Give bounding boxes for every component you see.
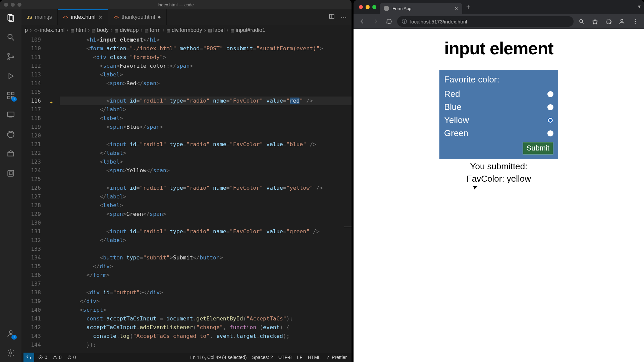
mac-traffic-dimmed[interactable] — [0, 3, 21, 7]
browser-viewport[interactable]: input element Favorite color: RedBlueYel… — [354, 29, 644, 362]
minimize-window-icon[interactable] — [366, 5, 370, 9]
form-body: Favorite color: RedBlueYellowGreen Submi… — [439, 70, 558, 159]
edge-tools-icon[interactable] — [6, 129, 16, 139]
code-content[interactable]: <h1>input element</h1> <form action="./i… — [60, 36, 352, 353]
breadcrumb-seg[interactable]: ▧ input#radio1 — [230, 27, 265, 33]
traffic-zoom-icon[interactable] — [17, 3, 21, 7]
submit-button[interactable]: Submit — [523, 142, 553, 155]
radio-option-blue[interactable]: Blue — [444, 101, 553, 114]
node-icon: ▧ — [166, 28, 170, 33]
breadcrumb-seg[interactable]: ▧ body — [92, 27, 109, 33]
explorer-icon[interactable] — [6, 13, 16, 23]
breadcrumb-seg[interactable]: p — [25, 27, 28, 33]
search-icon[interactable] — [6, 32, 16, 42]
source-control-icon[interactable] — [6, 52, 16, 62]
breadcrumb-seg[interactable]: ▧ html — [70, 27, 86, 33]
breadcrumb[interactable]: p›<> index.html›▧ html›▧ body›▧ div#app›… — [21, 25, 352, 36]
reload-button[interactable] — [384, 16, 394, 27]
back-button[interactable] — [357, 16, 368, 27]
encoding[interactable]: UTF-8 — [276, 353, 294, 362]
cursor-position[interactable]: Ln 116, Col 49 (4 selected) — [187, 353, 249, 362]
breadcrumb-seg[interactable]: ▧ div#app — [114, 27, 139, 33]
activity-extra2-icon[interactable] — [6, 168, 16, 178]
warnings-count: 0 — [59, 355, 62, 360]
new-tab-button[interactable]: + — [462, 3, 474, 11]
rendered-page: input element Favorite color: RedBlueYel… — [354, 29, 644, 362]
svg-point-4 — [8, 53, 9, 55]
close-tab-icon[interactable]: ✕ — [454, 6, 458, 11]
editor-tab-main-js[interactable]: JSmain.js — [21, 9, 58, 25]
zoom-window-icon[interactable] — [372, 5, 376, 9]
node-icon: ▧ — [145, 28, 149, 33]
eol[interactable]: LF — [294, 353, 305, 362]
radio-option-red[interactable]: Red — [444, 87, 553, 101]
browser-tab[interactable]: Form App ✕ — [380, 3, 462, 14]
svg-point-18 — [9, 330, 12, 334]
run-debug-icon[interactable] — [6, 71, 16, 81]
more-actions-icon[interactable]: ⋯ — [341, 13, 347, 21]
minimap-indicator[interactable] — [344, 227, 352, 227]
language-mode[interactable]: HTML — [305, 353, 323, 362]
remote-indicator[interactable] — [23, 353, 34, 362]
tab-label: index.html — [71, 14, 96, 20]
svg-line-29 — [582, 22, 584, 23]
radio-option-yellow[interactable]: Yellow — [444, 114, 553, 127]
ports[interactable]: 0 — [64, 353, 79, 362]
svg-point-31 — [621, 19, 623, 21]
file-icon: <> — [34, 28, 39, 33]
ports-count: 0 — [73, 355, 76, 360]
close-window-icon[interactable] — [359, 5, 363, 9]
activity-extra-icon[interactable] — [6, 149, 16, 159]
extensions-puzzle-icon[interactable] — [603, 16, 614, 27]
output-line1: You submitted: — [470, 161, 527, 172]
zoom-icon[interactable] — [576, 16, 587, 27]
editor-tab-index-html[interactable]: <>index.html✕ — [58, 9, 108, 25]
problems-errors[interactable]: 0 — [36, 353, 50, 362]
radio-input[interactable] — [547, 91, 553, 97]
copilot-suggestion-icon[interactable]: ✦ — [50, 98, 53, 107]
split-editor-icon[interactable] — [329, 13, 335, 21]
settings-gear-icon[interactable] — [6, 348, 16, 358]
vscode-window: index.html — code 1 1 JSmain.js<>inde — [0, 0, 352, 362]
tab-search-icon[interactable]: ▾ — [638, 3, 641, 10]
traffic-close-icon[interactable] — [4, 3, 8, 7]
vscode-titlebar[interactable]: index.html — code — [0, 0, 352, 9]
breadcrumb-seg[interactable]: ▧ div.formbody — [166, 27, 202, 33]
problems-warnings[interactable]: 0 — [50, 353, 64, 362]
forward-button[interactable] — [370, 16, 381, 27]
remote-explorer-icon[interactable] — [6, 110, 16, 120]
close-tab-icon[interactable]: ✕ — [98, 14, 103, 20]
prettier-status[interactable]: ✓ Prettier — [323, 353, 350, 362]
breadcrumb-seg[interactable]: ▧ form — [145, 27, 161, 33]
tab-title: Form App — [392, 6, 411, 11]
indentation[interactable]: Spaces: 2 — [249, 353, 275, 362]
radio-input[interactable] — [547, 104, 553, 110]
accounts-icon[interactable]: 1 — [6, 328, 16, 339]
radio-label: Yellow — [444, 115, 469, 125]
breadcrumb-seg[interactable]: <> index.html — [34, 27, 64, 33]
breadcrumb-seg[interactable]: ▧ label — [208, 27, 225, 33]
code-editor[interactable]: 1091101111121131141151161171181191201211… — [21, 36, 352, 353]
site-info-icon[interactable]: ⓘ — [402, 18, 407, 25]
extensions-icon[interactable]: 1 — [6, 90, 16, 101]
profile-avatar-icon[interactable] — [616, 16, 627, 27]
chrome-tabstrip[interactable]: Form App ✕ + ▾ — [354, 0, 644, 14]
radio-option-green[interactable]: Green — [444, 127, 553, 140]
node-icon: ▧ — [230, 28, 234, 33]
omnibox[interactable]: ⓘ localhost:5173/index.html — [397, 16, 574, 27]
editor-tab-thankyou-html[interactable]: <>thankyou.html● — [108, 9, 167, 25]
radio-input[interactable] — [547, 130, 553, 136]
favicon-icon — [384, 6, 389, 11]
accounts-badge: 1 — [11, 335, 17, 340]
traffic-minimize-icon[interactable] — [11, 3, 15, 7]
svg-rect-8 — [7, 92, 10, 95]
bookmark-star-icon[interactable] — [590, 16, 600, 27]
chrome-traffic-lights[interactable] — [356, 5, 380, 9]
radio-label: Green — [444, 128, 468, 138]
radio-input[interactable] — [547, 117, 553, 123]
node-icon: ▧ — [70, 28, 74, 33]
chrome-menu-icon[interactable] — [630, 16, 641, 27]
svg-point-5 — [8, 58, 9, 60]
editor-tabs: JSmain.js<>index.html✕<>thankyou.html●⋯ — [21, 9, 352, 25]
svg-point-32 — [635, 19, 636, 20]
